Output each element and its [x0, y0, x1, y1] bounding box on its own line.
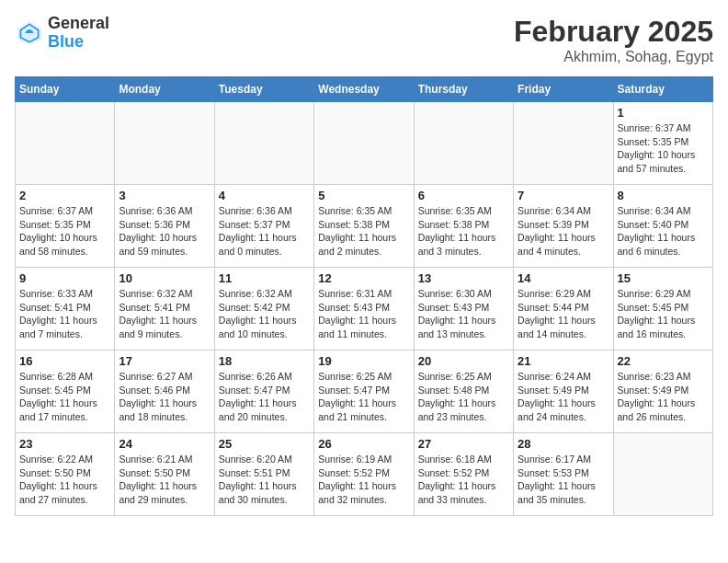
day-number: 12 — [318, 271, 409, 285]
day-number: 23 — [19, 437, 110, 451]
calendar-week-row: 16Sunrise: 6:28 AM Sunset: 5:45 PM Dayli… — [16, 350, 713, 433]
calendar-day-cell — [314, 102, 414, 185]
day-info: Sunrise: 6:24 AM Sunset: 5:49 PM Dayligh… — [518, 370, 609, 424]
day-number: 26 — [318, 437, 409, 451]
calendar-day-cell: 21Sunrise: 6:24 AM Sunset: 5:49 PM Dayli… — [514, 350, 613, 433]
day-of-week-header: Tuesday — [214, 77, 313, 102]
calendar-day-cell — [414, 102, 513, 185]
day-of-week-header: Friday — [514, 77, 613, 102]
calendar-day-cell: 11Sunrise: 6:32 AM Sunset: 5:42 PM Dayli… — [214, 268, 313, 350]
calendar-day-cell: 27Sunrise: 6:18 AM Sunset: 5:52 PM Dayli… — [414, 433, 513, 516]
calendar-day-cell — [613, 433, 712, 516]
calendar-header-row: SundayMondayTuesdayWednesdayThursdayFrid… — [16, 77, 713, 102]
calendar-day-cell: 1Sunrise: 6:37 AM Sunset: 5:35 PM Daylig… — [613, 102, 712, 185]
day-info: Sunrise: 6:28 AM Sunset: 5:45 PM Dayligh… — [19, 370, 110, 424]
calendar-day-cell: 12Sunrise: 6:31 AM Sunset: 5:43 PM Dayli… — [314, 268, 414, 350]
day-of-week-header: Thursday — [414, 77, 513, 102]
calendar-day-cell — [214, 102, 313, 185]
page-header: General Blue February 2025 Akhmim, Sohag… — [15, 15, 713, 65]
day-info: Sunrise: 6:18 AM Sunset: 5:52 PM Dayligh… — [418, 453, 509, 507]
day-number: 15 — [618, 271, 709, 285]
day-number: 27 — [418, 437, 509, 451]
day-number: 16 — [19, 354, 110, 368]
calendar-week-row: 1Sunrise: 6:37 AM Sunset: 5:35 PM Daylig… — [16, 102, 713, 185]
day-number: 19 — [318, 354, 409, 368]
day-info: Sunrise: 6:35 AM Sunset: 5:38 PM Dayligh… — [418, 204, 509, 259]
day-info: Sunrise: 6:34 AM Sunset: 5:40 PM Dayligh… — [618, 204, 709, 259]
day-of-week-header: Wednesday — [314, 77, 414, 102]
calendar-day-cell: 16Sunrise: 6:28 AM Sunset: 5:45 PM Dayli… — [16, 350, 115, 433]
day-info: Sunrise: 6:21 AM Sunset: 5:50 PM Dayligh… — [119, 453, 210, 507]
day-info: Sunrise: 6:36 AM Sunset: 5:37 PM Dayligh… — [219, 204, 310, 259]
title-block: February 2025 Akhmim, Sohag, Egypt — [514, 15, 713, 65]
logo: General Blue — [15, 15, 109, 52]
day-info: Sunrise: 6:33 AM Sunset: 5:41 PM Dayligh… — [19, 287, 110, 341]
calendar-day-cell — [16, 102, 115, 185]
calendar-day-cell: 10Sunrise: 6:32 AM Sunset: 5:41 PM Dayli… — [115, 268, 214, 350]
day-number: 9 — [19, 271, 110, 285]
day-number: 18 — [219, 354, 310, 368]
day-info: Sunrise: 6:17 AM Sunset: 5:53 PM Dayligh… — [518, 453, 609, 507]
day-info: Sunrise: 6:19 AM Sunset: 5:52 PM Dayligh… — [318, 453, 409, 507]
calendar-day-cell: 9Sunrise: 6:33 AM Sunset: 5:41 PM Daylig… — [16, 268, 115, 350]
calendar-day-cell: 19Sunrise: 6:25 AM Sunset: 5:47 PM Dayli… — [314, 350, 414, 433]
logo-icon — [15, 18, 44, 48]
day-number: 28 — [518, 437, 609, 451]
day-info: Sunrise: 6:26 AM Sunset: 5:47 PM Dayligh… — [219, 370, 310, 424]
day-number: 8 — [618, 189, 709, 202]
day-info: Sunrise: 6:25 AM Sunset: 5:48 PM Dayligh… — [418, 370, 509, 424]
calendar-week-row: 9Sunrise: 6:33 AM Sunset: 5:41 PM Daylig… — [16, 268, 713, 350]
day-info: Sunrise: 6:32 AM Sunset: 5:41 PM Dayligh… — [119, 287, 210, 341]
calendar-day-cell: 18Sunrise: 6:26 AM Sunset: 5:47 PM Dayli… — [214, 350, 313, 433]
calendar-week-row: 2Sunrise: 6:37 AM Sunset: 5:35 PM Daylig… — [16, 185, 713, 268]
day-info: Sunrise: 6:29 AM Sunset: 5:44 PM Dayligh… — [518, 287, 609, 341]
calendar-day-cell: 2Sunrise: 6:37 AM Sunset: 5:35 PM Daylig… — [16, 185, 115, 268]
day-of-week-header: Sunday — [16, 77, 115, 102]
day-info: Sunrise: 6:25 AM Sunset: 5:47 PM Dayligh… — [318, 370, 409, 424]
day-info: Sunrise: 6:37 AM Sunset: 5:35 PM Dayligh… — [19, 204, 110, 259]
calendar-day-cell — [514, 102, 613, 185]
calendar-day-cell: 4Sunrise: 6:36 AM Sunset: 5:37 PM Daylig… — [214, 185, 313, 268]
day-info: Sunrise: 6:31 AM Sunset: 5:43 PM Dayligh… — [318, 287, 409, 341]
day-info: Sunrise: 6:32 AM Sunset: 5:42 PM Dayligh… — [219, 287, 310, 341]
logo-blue: Blue — [48, 33, 109, 52]
day-of-week-header: Monday — [115, 77, 214, 102]
calendar-day-cell: 24Sunrise: 6:21 AM Sunset: 5:50 PM Dayli… — [115, 433, 214, 516]
day-number: 24 — [119, 437, 210, 451]
day-number: 21 — [518, 354, 609, 368]
logo-general: General — [48, 15, 109, 33]
day-number: 6 — [418, 189, 509, 202]
calendar-table: SundayMondayTuesdayWednesdayThursdayFrid… — [15, 76, 713, 516]
day-info: Sunrise: 6:36 AM Sunset: 5:36 PM Dayligh… — [119, 204, 210, 259]
calendar-day-cell: 14Sunrise: 6:29 AM Sunset: 5:44 PM Dayli… — [514, 268, 613, 350]
day-number: 25 — [219, 437, 310, 451]
calendar-day-cell: 15Sunrise: 6:29 AM Sunset: 5:45 PM Dayli… — [613, 268, 712, 350]
day-info: Sunrise: 6:34 AM Sunset: 5:39 PM Dayligh… — [518, 204, 609, 259]
day-number: 14 — [518, 271, 609, 285]
day-info: Sunrise: 6:35 AM Sunset: 5:38 PM Dayligh… — [318, 204, 409, 259]
calendar-day-cell: 26Sunrise: 6:19 AM Sunset: 5:52 PM Dayli… — [314, 433, 414, 516]
day-number: 4 — [219, 189, 310, 202]
day-number: 1 — [618, 106, 709, 120]
location-subtitle: Akhmim, Sohag, Egypt — [514, 49, 713, 65]
day-info: Sunrise: 6:29 AM Sunset: 5:45 PM Dayligh… — [618, 287, 709, 341]
day-info: Sunrise: 6:37 AM Sunset: 5:35 PM Dayligh… — [618, 121, 709, 176]
month-title: February 2025 — [514, 15, 713, 49]
calendar-day-cell: 17Sunrise: 6:27 AM Sunset: 5:46 PM Dayli… — [115, 350, 214, 433]
calendar-day-cell: 3Sunrise: 6:36 AM Sunset: 5:36 PM Daylig… — [115, 185, 214, 268]
calendar-day-cell: 8Sunrise: 6:34 AM Sunset: 5:40 PM Daylig… — [613, 185, 712, 268]
calendar-day-cell: 28Sunrise: 6:17 AM Sunset: 5:53 PM Dayli… — [514, 433, 613, 516]
day-info: Sunrise: 6:22 AM Sunset: 5:50 PM Dayligh… — [19, 453, 110, 507]
day-number: 22 — [618, 354, 709, 368]
day-number: 20 — [418, 354, 509, 368]
day-number: 3 — [119, 189, 210, 202]
calendar-day-cell: 5Sunrise: 6:35 AM Sunset: 5:38 PM Daylig… — [314, 185, 414, 268]
calendar-day-cell: 20Sunrise: 6:25 AM Sunset: 5:48 PM Dayli… — [414, 350, 513, 433]
day-info: Sunrise: 6:30 AM Sunset: 5:43 PM Dayligh… — [418, 287, 509, 341]
calendar-day-cell: 23Sunrise: 6:22 AM Sunset: 5:50 PM Dayli… — [16, 433, 115, 516]
calendar-week-row: 23Sunrise: 6:22 AM Sunset: 5:50 PM Dayli… — [16, 433, 713, 516]
calendar-day-cell: 6Sunrise: 6:35 AM Sunset: 5:38 PM Daylig… — [414, 185, 513, 268]
day-number: 5 — [318, 189, 409, 202]
day-info: Sunrise: 6:27 AM Sunset: 5:46 PM Dayligh… — [119, 370, 210, 424]
day-number: 11 — [219, 271, 310, 285]
